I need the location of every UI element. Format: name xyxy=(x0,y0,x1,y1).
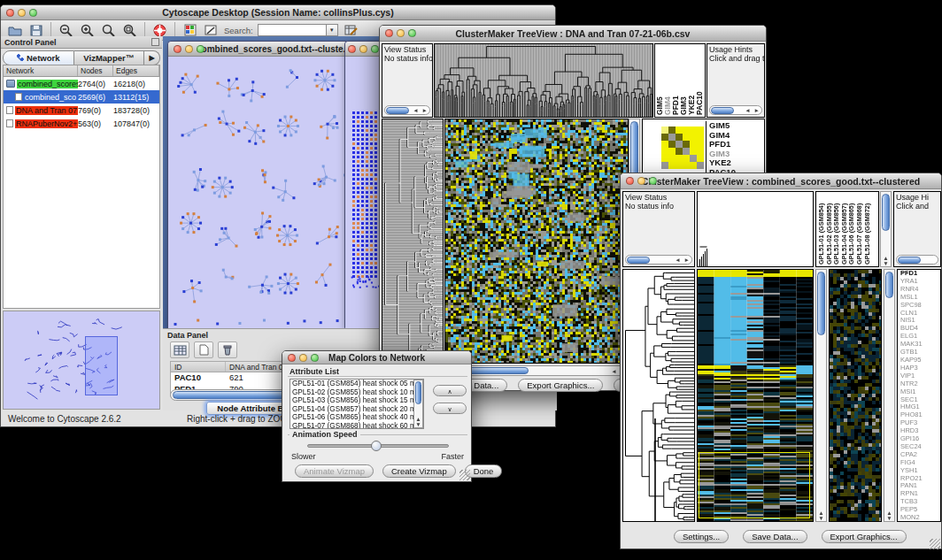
similarity-matrix[interactable] xyxy=(661,127,704,169)
treeview2-heatmap[interactable] xyxy=(697,269,814,522)
view-status-hscrollbar[interactable]: ◄ ► xyxy=(625,255,692,265)
attribute-item[interactable]: GPL51-02 (GSM855) heat shock 10 min xyxy=(292,388,423,397)
delete-attribute-icon[interactable] xyxy=(218,341,237,358)
attribute-item[interactable]: GPL51-07 (GSM868) heat shock 60 min xyxy=(292,422,423,430)
search-dropdown-icon[interactable]: ▼ xyxy=(327,24,338,36)
zoom-button[interactable] xyxy=(311,354,319,362)
matrix-cell xyxy=(668,127,676,134)
treeview2-row-dendrogram[interactable] xyxy=(622,269,695,522)
matrix-cell xyxy=(683,141,690,148)
treeview1-column-dendrogram[interactable] xyxy=(434,43,653,118)
attribute-item[interactable]: GPL51-06 (GSM865) heat shock 40 min xyxy=(292,413,423,422)
matrix-cell xyxy=(676,141,683,148)
move-up-button[interactable]: ∧ xyxy=(433,385,467,396)
matrix-cell xyxy=(697,134,704,141)
minimize-button[interactable] xyxy=(185,45,193,53)
matrix-cell xyxy=(668,148,676,155)
matrix-cell xyxy=(668,162,676,169)
close-button[interactable] xyxy=(6,9,14,17)
move-down-button[interactable]: ∨ xyxy=(433,403,467,414)
treeview1-column-labels: GIM5GIM4PFD1GIM3YKE2PAC10 xyxy=(654,43,706,118)
attribute-list-vscrollbar[interactable]: ▲▼ xyxy=(413,380,423,428)
tab-vizmapper[interactable]: VizMapper™ xyxy=(74,50,145,65)
dialog-button[interactable]: Done xyxy=(465,464,503,478)
treeview2-gene-list[interactable]: PFD1YRA1RNR4MSL1SPC98CLN1NIS1BUD4ELG1MAK… xyxy=(897,269,941,522)
zoom-button[interactable] xyxy=(371,45,379,53)
zoom-button[interactable] xyxy=(408,29,416,37)
treeview2-zoom-vscrollbar[interactable]: ▲▼ xyxy=(884,269,895,522)
minimize-button[interactable] xyxy=(359,45,367,53)
new-attribute-icon[interactable] xyxy=(194,341,213,358)
network-row-icon xyxy=(6,119,13,127)
view-status-hscrollbar[interactable]: ◄ ► xyxy=(384,105,430,115)
treeview2-vscrollbar[interactable]: ▲▼ xyxy=(815,269,827,522)
close-button[interactable] xyxy=(288,354,296,362)
network-table-row[interactable]: DNA and Tran 07 769(0) 183728(0) xyxy=(4,104,159,117)
attribute-item[interactable]: GPL51-03 (GSM856) heat shock 15 min xyxy=(292,396,423,405)
treeview1-heatmap[interactable] xyxy=(444,119,629,364)
treeview1-row-dendrogram[interactable] xyxy=(382,119,444,364)
minimize-button[interactable] xyxy=(637,177,645,185)
attribute-list[interactable]: GPL51-01 (GSM854) heat shock 05 minGPL51… xyxy=(290,379,424,429)
treeview1-titlebar[interactable]: ClusterMaker TreeView : DNA and Tran 07-… xyxy=(380,26,766,42)
control-panel-header: Control Panel xyxy=(1,36,162,49)
main-window-titlebar[interactable]: Cytoscape Desktop (Session Name: collins… xyxy=(1,5,555,20)
attribute-item[interactable]: GPL51-04 (GSM857) heat shock 20 min xyxy=(292,405,423,414)
close-button[interactable] xyxy=(385,29,393,37)
zoom-button[interactable] xyxy=(649,177,657,185)
treeview2-button[interactable]: Settings... xyxy=(674,530,729,543)
status-welcome: Welcome to Cytoscape 2.6.2 xyxy=(8,414,121,424)
tab-overflow-arrow[interactable]: ▶ xyxy=(144,50,160,65)
matrix-cell xyxy=(661,141,668,148)
column-label: GPL51-08 (GSM872) xyxy=(864,192,872,266)
treeview1-title: ClusterMaker TreeView : DNA and Tran 07-… xyxy=(456,28,691,39)
close-button[interactable] xyxy=(348,45,356,53)
treeview2-titlebar[interactable]: ClusterMaker TreeView : combined_scores_… xyxy=(621,173,941,189)
network-table-header: Network Nodes Edges xyxy=(4,65,159,77)
matrix-cell xyxy=(661,134,668,141)
treeview2-window: ClusterMaker TreeView : combined_scores_… xyxy=(620,173,942,549)
treeview1-button[interactable]: Export Graphics... xyxy=(518,379,603,392)
treeview2-zoom-heatmap[interactable] xyxy=(829,269,882,522)
matrix-cell xyxy=(676,127,683,134)
zoom-button[interactable] xyxy=(29,9,37,17)
treeview2-column-labels: GPL51-01 (GSM854)GPL51-02 (GSM855)GPL51-… xyxy=(815,191,879,267)
dialog-button[interactable]: Create Vizmap xyxy=(382,464,456,478)
gene-label[interactable]: MON2 xyxy=(900,514,940,522)
treeview2-column-tree-area[interactable] xyxy=(697,191,814,267)
slower-label: Slower xyxy=(291,452,316,461)
float-panel-icon[interactable] xyxy=(151,38,159,46)
search-input[interactable] xyxy=(258,24,327,36)
select-attributes-icon[interactable] xyxy=(170,341,189,358)
dialog-titlebar[interactable]: Map Colors to Network xyxy=(282,351,471,364)
attribute-item[interactable]: GPL51-01 (GSM854) heat shock 05 min xyxy=(292,380,423,388)
usage-hints-hscrollbar[interactable] xyxy=(896,255,938,265)
treeview1-hscrollbar[interactable]: ◄ ► xyxy=(444,365,629,376)
treeview2-button[interactable]: Save Data... xyxy=(743,530,807,543)
minimize-button[interactable] xyxy=(299,354,307,362)
search-label: Search: xyxy=(224,26,253,35)
slider-thumb[interactable] xyxy=(371,441,382,451)
zoom-button[interactable] xyxy=(197,45,205,53)
dialog-button[interactable]: Animate Vizmap xyxy=(295,464,374,478)
minimize-button[interactable] xyxy=(18,9,26,17)
network-overview-panel[interactable] xyxy=(3,311,160,410)
matrix-cell xyxy=(697,155,704,162)
network-row-icon xyxy=(6,106,13,114)
treeview2-usage-hints: Usage Hi Click and xyxy=(893,191,941,267)
matrix-cell xyxy=(697,148,704,155)
tab-network[interactable]: Network xyxy=(3,50,74,65)
network-table-row[interactable]: RNAPuberNov2+ 563(0) 107847(0) xyxy=(4,117,159,130)
close-button[interactable] xyxy=(626,177,634,185)
window-controls xyxy=(6,9,37,17)
matrix-cell xyxy=(661,162,668,169)
network-view-title: combined_scores_good.txt--cluste... xyxy=(197,44,351,54)
treeview2-button[interactable]: Export Graphics... xyxy=(822,530,907,543)
network-table-row[interactable]: combined_scores 2764(0) 16218(0) xyxy=(4,77,159,90)
minimize-button[interactable] xyxy=(397,29,405,37)
close-button[interactable] xyxy=(174,45,181,53)
usage-hints-hscrollbar[interactable]: ◄ ► xyxy=(709,105,762,115)
matrix-cell xyxy=(690,155,697,162)
network-table-row[interactable]: combined_sco 2569(6) 13112(15) xyxy=(4,90,159,104)
treeview2-labels-vscrollbar[interactable]: ▲▼ xyxy=(880,191,892,267)
